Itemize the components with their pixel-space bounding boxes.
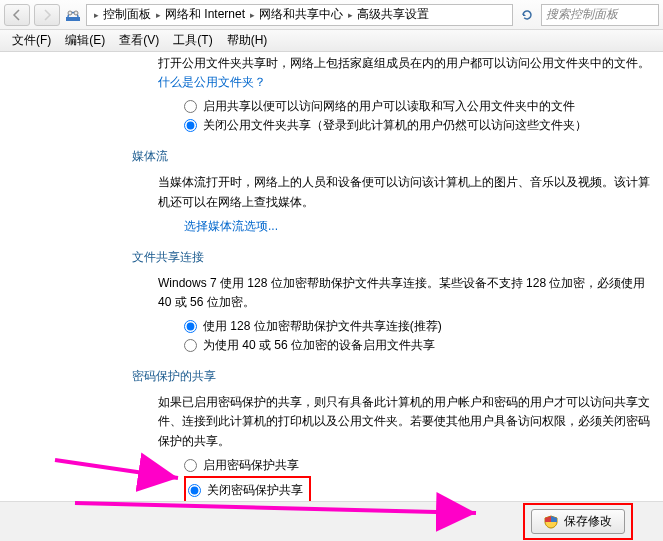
what-is-public-folder-link[interactable]: 什么是公用文件夹？ [158, 75, 266, 89]
radio-128bit[interactable]: 使用 128 位加密帮助保护文件共享连接(推荐) [184, 318, 655, 335]
crumb-control-panel[interactable]: 控制面板 [103, 6, 151, 23]
address-bar: 控制面板 网络和 Internet 网络和共享中心 高级共享设置 搜索控制面板 [0, 0, 663, 30]
media-desc: 当媒体流打开时，网络上的人员和设备便可以访问该计算机上的图片、音乐以及视频。该计… [158, 173, 655, 211]
menu-view[interactable]: 查看(V) [113, 30, 165, 51]
radio-input[interactable] [184, 100, 197, 113]
section-media-title: 媒体流 [132, 148, 655, 165]
radio-input[interactable] [184, 339, 197, 352]
refresh-icon [520, 8, 534, 22]
radio-40-56bit[interactable]: 为使用 40 或 56 位加密的设备启用文件共享 [184, 337, 655, 354]
menu-bar: 文件(F) 编辑(E) 查看(V) 工具(T) 帮助(H) [0, 30, 663, 52]
section-password-title: 密码保护的共享 [132, 368, 655, 385]
chevron-icon [345, 10, 355, 20]
search-placeholder: 搜索控制面板 [546, 6, 618, 23]
svg-rect-0 [66, 17, 80, 21]
crumb-sharing-center[interactable]: 网络和共享中心 [259, 6, 343, 23]
section-file-conn-title: 文件共享连接 [132, 249, 655, 266]
intro-text-body: 打开公用文件夹共享时，网络上包括家庭组成员在内的用户都可以访问公用文件夹中的文件… [158, 56, 650, 70]
radio-label: 启用密码保护共享 [203, 457, 299, 474]
file-conn-desc: Windows 7 使用 128 位加密帮助保护文件共享连接。某些设备不支持 1… [158, 274, 655, 312]
chevron-icon [247, 10, 257, 20]
menu-tools[interactable]: 工具(T) [167, 30, 218, 51]
chevron-icon [153, 10, 163, 20]
chevron-right-icon [41, 9, 53, 21]
radio-label: 为使用 40 或 56 位加密的设备启用文件共享 [203, 337, 435, 354]
radio-public-folder-off[interactable]: 关闭公用文件夹共享（登录到此计算机的用户仍然可以访问这些文件夹） [184, 117, 655, 134]
menu-edit[interactable]: 编辑(E) [59, 30, 111, 51]
radio-label: 使用 128 位加密帮助保护文件共享连接(推荐) [203, 318, 442, 335]
nav-back-button[interactable] [4, 4, 30, 26]
menu-help[interactable]: 帮助(H) [221, 30, 274, 51]
intro-text: 打开公用文件夹共享时，网络上包括家庭组成员在内的用户都可以访问公用文件夹中的文件… [158, 54, 655, 92]
shield-icon [544, 515, 558, 529]
highlight-save: 保存修改 [523, 503, 633, 540]
nav-forward-button[interactable] [34, 4, 60, 26]
footer-bar: 保存修改 [0, 501, 663, 541]
radio-password-on[interactable]: 启用密码保护共享 [184, 457, 655, 474]
radio-input[interactable] [184, 320, 197, 333]
crumb-network-internet[interactable]: 网络和 Internet [165, 6, 245, 23]
radio-label: 关闭公用文件夹共享（登录到此计算机的用户仍然可以访问这些文件夹） [203, 117, 587, 134]
svg-point-2 [74, 11, 78, 15]
crumb-advanced-sharing[interactable]: 高级共享设置 [357, 6, 429, 23]
radio-password-off[interactable]: 关闭密码保护共享 [188, 482, 303, 499]
svg-point-1 [68, 11, 72, 15]
media-options-link[interactable]: 选择媒体流选项... [184, 218, 655, 235]
settings-panel: 打开公用文件夹共享时，网络上包括家庭组成员在内的用户都可以访问公用文件夹中的文件… [0, 54, 663, 501]
refresh-button[interactable] [517, 8, 537, 22]
chevron-left-icon [11, 9, 23, 21]
highlight-password-off: 关闭密码保护共享 [184, 476, 311, 501]
radio-public-folder-on[interactable]: 启用共享以便可以访问网络的用户可以读取和写入公用文件夹中的文件 [184, 98, 655, 115]
search-input[interactable]: 搜索控制面板 [541, 4, 659, 26]
save-changes-button[interactable]: 保存修改 [531, 509, 625, 534]
password-desc: 如果已启用密码保护的共享，则只有具备此计算机的用户帐户和密码的用户才可以访问共享… [158, 393, 655, 451]
location-icon [64, 6, 82, 24]
menu-file[interactable]: 文件(F) [6, 30, 57, 51]
radio-input[interactable] [184, 119, 197, 132]
radio-input[interactable] [188, 484, 201, 497]
chevron-icon [91, 10, 101, 20]
save-button-label: 保存修改 [564, 513, 612, 530]
radio-input[interactable] [184, 459, 197, 472]
breadcrumb[interactable]: 控制面板 网络和 Internet 网络和共享中心 高级共享设置 [86, 4, 513, 26]
radio-label: 关闭密码保护共享 [207, 482, 303, 499]
radio-label: 启用共享以便可以访问网络的用户可以读取和写入公用文件夹中的文件 [203, 98, 575, 115]
